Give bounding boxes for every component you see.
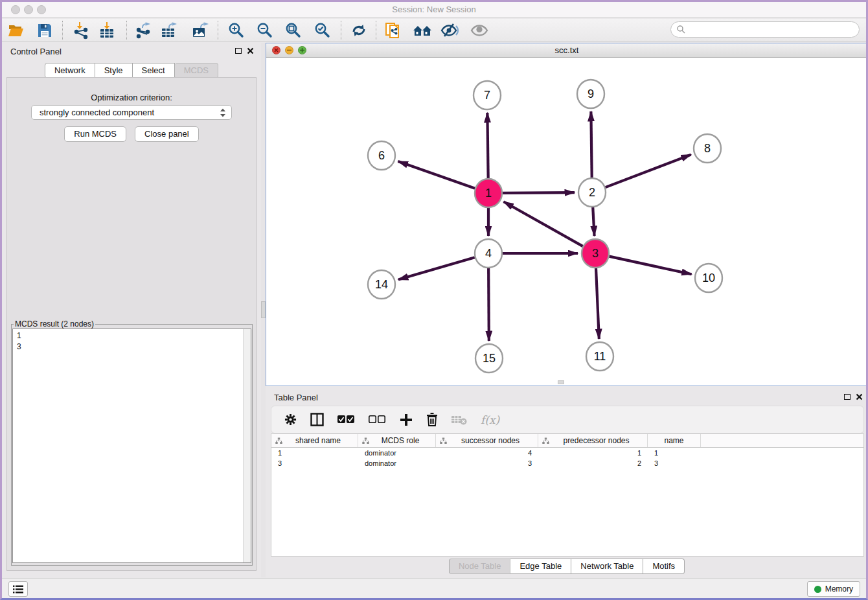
task-list-icon bbox=[13, 585, 23, 594]
save-icon[interactable] bbox=[34, 21, 56, 40]
tab-mcds[interactable]: MCDS bbox=[175, 63, 218, 78]
graph-node-label: 9 bbox=[588, 87, 594, 100]
table-row[interactable]: 3dominator323 bbox=[271, 458, 863, 468]
graph-node-label: 11 bbox=[594, 350, 606, 363]
tab-motifs[interactable]: Motifs bbox=[643, 559, 685, 574]
node-table[interactable]: shared nameMCDS rolesuccessor nodesprede… bbox=[271, 433, 864, 557]
close-table-panel-icon[interactable] bbox=[856, 393, 863, 400]
column-header-predecessor-nodes[interactable]: predecessor nodes bbox=[538, 434, 648, 447]
graph-edge-1-7[interactable] bbox=[487, 113, 488, 179]
clone-network-icon[interactable] bbox=[382, 21, 404, 40]
float-table-panel-icon[interactable] bbox=[844, 394, 851, 400]
import-table-icon[interactable] bbox=[96, 21, 118, 40]
column-header-successor-nodes[interactable]: successor nodes bbox=[436, 434, 538, 447]
graph-edge-2-9[interactable] bbox=[591, 111, 591, 178]
float-panel-icon[interactable] bbox=[235, 48, 242, 54]
graph-edge-1-2[interactable] bbox=[503, 192, 575, 193]
graph-node-11[interactable]: 11 bbox=[586, 342, 613, 371]
show-details-icon[interactable] bbox=[468, 21, 490, 40]
network-window: scc.txt 1234678910111415 bbox=[266, 43, 868, 386]
graph-edge-4-15[interactable] bbox=[488, 268, 489, 341]
control-panel-tabs: NetworkStyleSelectMCDS bbox=[2, 63, 261, 78]
graph-node-4[interactable]: 4 bbox=[475, 239, 502, 268]
close-panel-icon[interactable] bbox=[247, 47, 254, 54]
network-window-title: scc.txt bbox=[266, 45, 867, 55]
graph-node-14[interactable]: 14 bbox=[368, 270, 395, 299]
graph-edge-4-14[interactable] bbox=[398, 257, 475, 279]
canvas-scroll-grip[interactable] bbox=[558, 380, 564, 384]
zoom-selected-icon[interactable] bbox=[312, 21, 334, 40]
graph-node-2[interactable]: 2 bbox=[578, 178, 606, 207]
mcds-result-area[interactable]: 1 3 bbox=[12, 329, 251, 563]
split-columns-icon[interactable] bbox=[310, 413, 324, 426]
graph-node-label: 15 bbox=[483, 352, 496, 365]
tab-network[interactable]: Network bbox=[45, 63, 95, 78]
graph-edge-3-10[interactable] bbox=[609, 257, 691, 275]
graph-edge-3-11[interactable] bbox=[596, 268, 599, 339]
delete-table-icon[interactable] bbox=[451, 415, 467, 425]
table-cell: 3 bbox=[648, 459, 701, 467]
network-window-titlebar[interactable]: scc.txt bbox=[266, 43, 867, 58]
optimization-criterion-label: Optimization criterion: bbox=[6, 93, 257, 102]
open-folder-icon[interactable] bbox=[5, 21, 27, 40]
graph-node-8[interactable]: 8 bbox=[694, 134, 721, 163]
delete-icon[interactable] bbox=[426, 413, 438, 426]
first-neighbors-icon[interactable] bbox=[411, 21, 433, 40]
column-header-MCDS-role[interactable]: MCDS role bbox=[358, 434, 436, 447]
search-input[interactable] bbox=[686, 25, 859, 34]
column-header-name[interactable]: name bbox=[648, 434, 701, 447]
table-toolbar: f(x) bbox=[271, 406, 864, 433]
deselect-all-icon[interactable] bbox=[369, 415, 386, 424]
refresh-layout-icon[interactable] bbox=[348, 21, 370, 40]
add-icon[interactable] bbox=[400, 413, 413, 426]
search-field[interactable] bbox=[670, 21, 860, 38]
zoom-out-icon[interactable] bbox=[254, 21, 276, 40]
mcds-result-scrollbar[interactable] bbox=[243, 329, 251, 562]
tab-select[interactable]: Select bbox=[133, 63, 175, 78]
memory-button[interactable]: Memory bbox=[807, 581, 860, 597]
export-table-icon[interactable] bbox=[158, 21, 180, 40]
table-row[interactable]: 1dominator411 bbox=[271, 448, 863, 458]
table-panel-tabs: Node TableEdge TableNetwork TableMotifs bbox=[266, 559, 868, 574]
criterion-dropdown[interactable]: strongly connected component bbox=[31, 105, 232, 120]
run-mcds-button[interactable]: Run MCDS bbox=[64, 126, 126, 142]
hide-details-icon[interactable] bbox=[439, 21, 461, 40]
export-network-icon[interactable] bbox=[133, 21, 155, 40]
graph-node-label: 4 bbox=[485, 247, 492, 260]
import-network-icon[interactable] bbox=[71, 21, 93, 40]
mcds-result-text: 1 3 bbox=[13, 329, 251, 354]
network-canvas[interactable]: 1234678910111415 bbox=[266, 58, 867, 385]
function-builder-icon[interactable]: f(x) bbox=[481, 413, 499, 426]
graph-node-10[interactable]: 10 bbox=[695, 264, 722, 292]
export-image-icon[interactable] bbox=[189, 21, 211, 40]
close-panel-button[interactable]: Close panel bbox=[135, 126, 199, 142]
graph-node-15[interactable]: 15 bbox=[475, 344, 503, 373]
table-panel-title: Table Panel bbox=[274, 393, 318, 402]
memory-status-icon bbox=[814, 586, 821, 593]
gear-icon[interactable] bbox=[284, 413, 297, 426]
graph-edge-1-6[interactable] bbox=[398, 161, 475, 189]
table-cell: 1 bbox=[271, 449, 358, 457]
select-all-icon[interactable] bbox=[337, 415, 355, 424]
tab-style[interactable]: Style bbox=[95, 63, 133, 78]
column-sort-icon bbox=[275, 437, 282, 444]
panel-splitter[interactable] bbox=[261, 43, 266, 577]
memory-label: Memory bbox=[825, 584, 853, 594]
zoom-in-icon[interactable] bbox=[225, 21, 247, 40]
graph-node-9[interactable]: 9 bbox=[577, 80, 604, 108]
table-cell: 1 bbox=[648, 449, 701, 457]
tab-edge-table[interactable]: Edge Table bbox=[510, 559, 571, 574]
column-header-shared-name[interactable]: shared name bbox=[271, 434, 358, 447]
graph-node-1[interactable]: 1 bbox=[475, 179, 502, 207]
graph-edge-2-3[interactable] bbox=[593, 207, 594, 236]
tab-network-table[interactable]: Network Table bbox=[571, 559, 643, 574]
graph-node-3[interactable]: 3 bbox=[582, 239, 609, 268]
tab-node-table[interactable]: Node Table bbox=[449, 559, 511, 574]
graph-node-7[interactable]: 7 bbox=[474, 81, 501, 110]
graph-node-6[interactable]: 6 bbox=[368, 141, 395, 170]
splitter-grip[interactable] bbox=[261, 301, 266, 318]
graph-edge-3-1[interactable] bbox=[504, 202, 583, 246]
zoom-fit-icon[interactable] bbox=[282, 21, 304, 40]
task-history-button[interactable] bbox=[8, 581, 28, 597]
graph-edge-2-8[interactable] bbox=[606, 155, 691, 188]
